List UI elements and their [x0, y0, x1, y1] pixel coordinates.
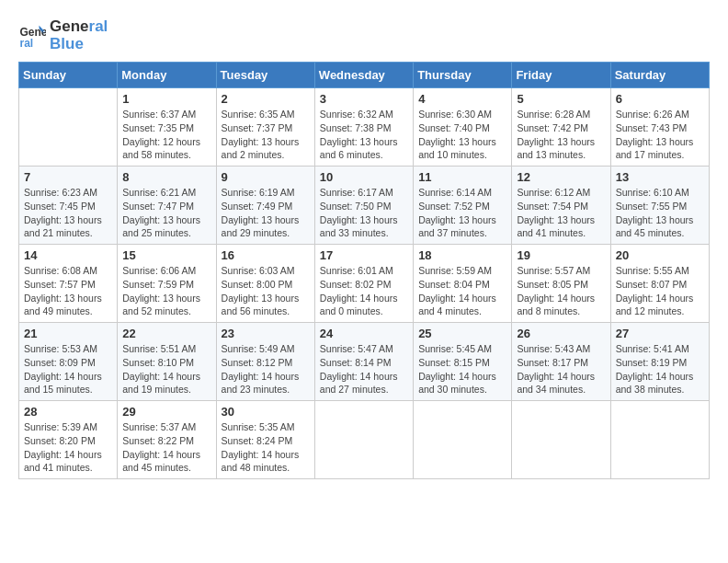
- day-number: 10: [320, 170, 408, 184]
- weekday-friday: Friday: [512, 63, 610, 88]
- calendar-cell: 19Sunrise: 5:57 AM Sunset: 8:05 PM Dayli…: [512, 245, 610, 323]
- calendar-cell: 23Sunrise: 5:49 AM Sunset: 8:12 PM Dayli…: [216, 323, 314, 401]
- calendar-cell: 18Sunrise: 5:59 AM Sunset: 8:04 PM Dayli…: [414, 245, 512, 323]
- day-number: 4: [418, 92, 506, 106]
- week-row-2: 7Sunrise: 6:23 AM Sunset: 7:45 PM Daylig…: [19, 167, 710, 245]
- day-number: 9: [222, 170, 310, 184]
- day-number: 15: [122, 248, 210, 262]
- day-info: Sunrise: 6:17 AM Sunset: 7:50 PM Dayligh…: [320, 186, 408, 240]
- day-info: Sunrise: 6:26 AM Sunset: 7:43 PM Dayligh…: [616, 108, 704, 162]
- calendar-cell: 16Sunrise: 6:03 AM Sunset: 8:00 PM Dayli…: [216, 245, 314, 323]
- day-info: Sunrise: 6:01 AM Sunset: 8:02 PM Dayligh…: [320, 264, 408, 318]
- calendar-cell: 1Sunrise: 6:37 AM Sunset: 7:35 PM Daylig…: [118, 88, 216, 167]
- calendar-cell: 8Sunrise: 6:21 AM Sunset: 7:47 PM Daylig…: [118, 167, 216, 245]
- day-info: Sunrise: 6:08 AM Sunset: 7:57 PM Dayligh…: [24, 264, 112, 318]
- logo-icon: Gene ral: [18, 22, 46, 50]
- day-info: Sunrise: 5:49 AM Sunset: 8:12 PM Dayligh…: [222, 342, 310, 396]
- day-number: 1: [122, 92, 210, 106]
- day-number: 11: [418, 170, 506, 184]
- day-number: 21: [24, 327, 112, 340]
- day-info: Sunrise: 6:23 AM Sunset: 7:45 PM Dayligh…: [24, 186, 112, 240]
- calendar-cell: [19, 88, 118, 167]
- calendar-cell: 25Sunrise: 5:45 AM Sunset: 8:15 PM Dayli…: [414, 323, 512, 401]
- day-info: Sunrise: 5:57 AM Sunset: 8:05 PM Dayligh…: [517, 264, 605, 318]
- calendar-cell: 4Sunrise: 6:30 AM Sunset: 7:40 PM Daylig…: [414, 88, 512, 167]
- day-number: 30: [222, 405, 310, 419]
- calendar-cell: 27Sunrise: 5:41 AM Sunset: 8:19 PM Dayli…: [610, 323, 709, 401]
- weekday-wednesday: Wednesday: [314, 63, 413, 88]
- calendar-cell: 3Sunrise: 6:32 AM Sunset: 7:38 PM Daylig…: [314, 88, 413, 167]
- day-number: 3: [320, 92, 408, 106]
- calendar-cell: 10Sunrise: 6:17 AM Sunset: 7:50 PM Dayli…: [314, 167, 413, 245]
- logo-line2: Blue: [50, 36, 108, 53]
- day-info: Sunrise: 5:51 AM Sunset: 8:10 PM Dayligh…: [122, 342, 210, 396]
- week-row-3: 14Sunrise: 6:08 AM Sunset: 7:57 PM Dayli…: [19, 245, 710, 323]
- day-number: 25: [418, 327, 506, 340]
- calendar-cell: [512, 401, 610, 479]
- calendar-cell: 21Sunrise: 5:53 AM Sunset: 8:09 PM Dayli…: [19, 323, 118, 401]
- day-info: Sunrise: 5:41 AM Sunset: 8:19 PM Dayligh…: [616, 342, 704, 396]
- day-number: 16: [222, 248, 310, 262]
- day-number: 7: [24, 170, 112, 184]
- day-info: Sunrise: 5:35 AM Sunset: 8:24 PM Dayligh…: [222, 420, 310, 475]
- calendar-cell: 13Sunrise: 6:10 AM Sunset: 7:55 PM Dayli…: [610, 167, 709, 245]
- day-info: Sunrise: 5:55 AM Sunset: 8:07 PM Dayligh…: [616, 264, 704, 318]
- calendar-cell: 24Sunrise: 5:47 AM Sunset: 8:14 PM Dayli…: [314, 323, 413, 401]
- calendar-cell: 30Sunrise: 5:35 AM Sunset: 8:24 PM Dayli…: [216, 401, 314, 479]
- calendar-cell: 2Sunrise: 6:35 AM Sunset: 7:37 PM Daylig…: [216, 88, 314, 167]
- day-number: 6: [616, 92, 704, 106]
- day-number: 27: [616, 327, 704, 340]
- week-row-4: 21Sunrise: 5:53 AM Sunset: 8:09 PM Dayli…: [19, 323, 710, 401]
- day-number: 18: [418, 248, 506, 262]
- day-number: 20: [616, 248, 704, 262]
- calendar-cell: [314, 401, 413, 479]
- calendar-cell: 22Sunrise: 5:51 AM Sunset: 8:10 PM Dayli…: [118, 323, 216, 401]
- day-info: Sunrise: 5:43 AM Sunset: 8:17 PM Dayligh…: [517, 342, 605, 396]
- calendar-cell: 29Sunrise: 5:37 AM Sunset: 8:22 PM Dayli…: [118, 401, 216, 479]
- weekday-tuesday: Tuesday: [216, 63, 314, 88]
- day-info: Sunrise: 6:37 AM Sunset: 7:35 PM Dayligh…: [122, 108, 210, 162]
- weekday-sunday: Sunday: [19, 63, 118, 88]
- day-info: Sunrise: 5:53 AM Sunset: 8:09 PM Dayligh…: [24, 342, 112, 396]
- calendar-table: SundayMondayTuesdayWednesdayThursdayFrid…: [18, 62, 710, 479]
- day-info: Sunrise: 6:30 AM Sunset: 7:40 PM Dayligh…: [418, 108, 506, 162]
- day-number: 22: [122, 327, 210, 340]
- day-number: 2: [222, 92, 310, 106]
- calendar-cell: 7Sunrise: 6:23 AM Sunset: 7:45 PM Daylig…: [19, 167, 118, 245]
- week-row-1: 1Sunrise: 6:37 AM Sunset: 7:35 PM Daylig…: [19, 88, 710, 167]
- day-info: Sunrise: 6:06 AM Sunset: 7:59 PM Dayligh…: [122, 264, 210, 318]
- day-info: Sunrise: 5:45 AM Sunset: 8:15 PM Dayligh…: [418, 342, 506, 396]
- day-number: 19: [517, 248, 605, 262]
- day-number: 24: [320, 327, 408, 340]
- calendar-cell: 12Sunrise: 6:12 AM Sunset: 7:54 PM Dayli…: [512, 167, 610, 245]
- calendar-cell: 17Sunrise: 6:01 AM Sunset: 8:02 PM Dayli…: [314, 245, 413, 323]
- day-number: 8: [122, 170, 210, 184]
- day-number: 28: [24, 405, 112, 419]
- logo: Gene ral General Blue: [18, 18, 108, 52]
- calendar-cell: 26Sunrise: 5:43 AM Sunset: 8:17 PM Dayli…: [512, 323, 610, 401]
- day-info: Sunrise: 5:59 AM Sunset: 8:04 PM Dayligh…: [418, 264, 506, 318]
- day-number: 5: [517, 92, 605, 106]
- calendar-cell: 9Sunrise: 6:19 AM Sunset: 7:49 PM Daylig…: [216, 167, 314, 245]
- day-number: 17: [320, 248, 408, 262]
- day-info: Sunrise: 6:28 AM Sunset: 7:42 PM Dayligh…: [517, 108, 605, 162]
- day-info: Sunrise: 5:37 AM Sunset: 8:22 PM Dayligh…: [122, 420, 210, 475]
- calendar-cell: 14Sunrise: 6:08 AM Sunset: 7:57 PM Dayli…: [19, 245, 118, 323]
- day-info: Sunrise: 5:39 AM Sunset: 8:20 PM Dayligh…: [24, 420, 112, 475]
- day-number: 23: [222, 327, 310, 340]
- day-number: 12: [517, 170, 605, 184]
- page-header: Gene ral General Blue: [18, 18, 710, 52]
- weekday-thursday: Thursday: [414, 63, 512, 88]
- day-info: Sunrise: 6:32 AM Sunset: 7:38 PM Dayligh…: [320, 108, 408, 162]
- svg-text:ral: ral: [20, 37, 34, 50]
- day-info: Sunrise: 5:47 AM Sunset: 8:14 PM Dayligh…: [320, 342, 408, 396]
- weekday-header-row: SundayMondayTuesdayWednesdayThursdayFrid…: [19, 63, 710, 88]
- calendar-cell: 28Sunrise: 5:39 AM Sunset: 8:20 PM Dayli…: [19, 401, 118, 479]
- calendar-cell: 15Sunrise: 6:06 AM Sunset: 7:59 PM Dayli…: [118, 245, 216, 323]
- calendar-cell: 20Sunrise: 5:55 AM Sunset: 8:07 PM Dayli…: [610, 245, 709, 323]
- weekday-monday: Monday: [118, 63, 216, 88]
- calendar-cell: [414, 401, 512, 479]
- calendar-cell: 11Sunrise: 6:14 AM Sunset: 7:52 PM Dayli…: [414, 167, 512, 245]
- day-info: Sunrise: 6:03 AM Sunset: 8:00 PM Dayligh…: [222, 264, 310, 318]
- day-info: Sunrise: 6:21 AM Sunset: 7:47 PM Dayligh…: [122, 186, 210, 240]
